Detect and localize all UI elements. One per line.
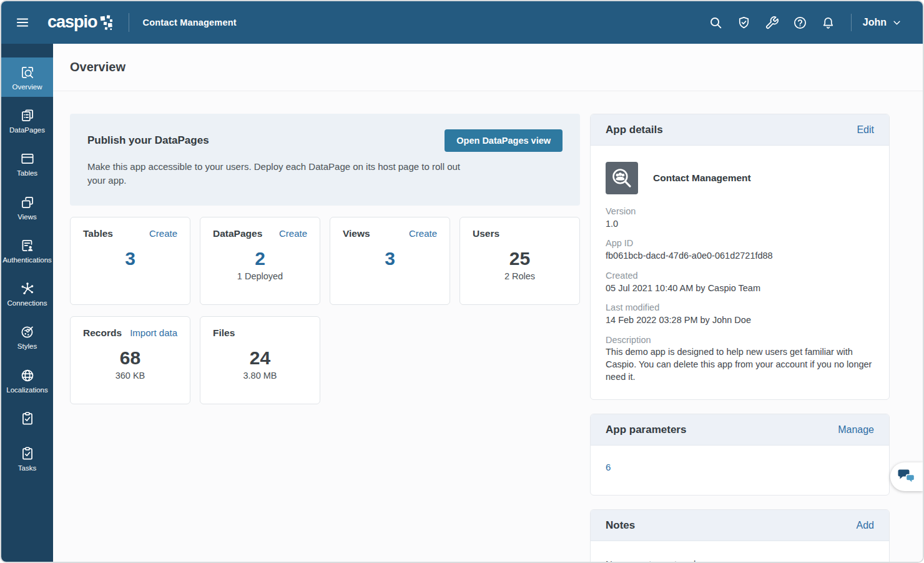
tasks-icon [19, 446, 36, 462]
stat-card-files: Files 24 3.80 MB [200, 316, 320, 404]
localizations-icon [19, 367, 36, 384]
create-datapage-link[interactable]: Create [279, 228, 307, 239]
stat-card-subtext: 3.80 MB [213, 371, 307, 382]
stat-card-subtext: 1 Deployed [213, 271, 307, 282]
stat-card-subtext [83, 271, 177, 282]
sidebar-item-authentications[interactable]: Authentications [1, 231, 53, 270]
field-value: 14 Feb 2022 03:28 PM by John Doe [606, 314, 874, 327]
field-value: 05 Jul 2021 10:40 AM by Caspio Team [606, 282, 874, 295]
tables-icon [19, 151, 36, 167]
stat-card-datapages: DataPages Create 2 1 Deployed [200, 217, 320, 305]
field-created: Created 05 Jul 2021 10:40 AM by Caspio T… [606, 270, 874, 294]
clipboard-check-icon [19, 411, 36, 427]
connections-icon [19, 281, 36, 297]
stat-card-subtext: 360 KB [83, 371, 177, 382]
stat-card-subtext [343, 271, 437, 282]
app-window: caspio Contact Management [0, 0, 924, 563]
sidebar-item-label: Authentications [2, 256, 52, 264]
field-value: 1.0 [606, 218, 874, 231]
sidebar-item-tables[interactable]: Tables [1, 144, 53, 183]
sidebar-item-label: Tables [17, 169, 37, 177]
stat-card-value: 3 [83, 247, 177, 270]
datapages-icon [19, 107, 36, 124]
notifications-bell-icon[interactable] [821, 15, 836, 30]
sidebar-item-styles[interactable]: Styles [1, 317, 53, 356]
topbar-user-divider [851, 14, 852, 31]
topbar-actions: John [695, 14, 902, 31]
manage-parameters-link[interactable]: Manage [838, 424, 874, 436]
field-label: Version [606, 206, 874, 217]
sidebar-item-clipboard[interactable] [1, 404, 53, 435]
authentications-icon [19, 237, 36, 254]
user-menu[interactable]: John [863, 17, 902, 28]
stat-card-title: Files [213, 327, 235, 339]
stat-card-views: Views Create 3 [330, 217, 450, 305]
notes-panel: Notes Add No app notes entered. [590, 509, 890, 563]
stat-card-users: Users 25 2 Roles [460, 217, 580, 305]
chat-bubbles-icon [897, 469, 916, 485]
chat-widget-button[interactable] [890, 462, 923, 491]
app-parameters-count[interactable]: 6 [606, 459, 611, 481]
stat-card-value: 25 [473, 247, 567, 270]
sidebar-item-localizations[interactable]: Localizations [1, 361, 53, 400]
add-note-link[interactable]: Add [857, 520, 874, 531]
sidebar-item-tasks[interactable]: Tasks [1, 439, 53, 478]
stat-card-title: DataPages [213, 228, 262, 239]
page-title-bar: Overview [53, 44, 923, 91]
open-datapages-view-button[interactable]: Open DataPages view [445, 129, 563, 152]
right-column: App details Edit Contact Management [590, 114, 890, 563]
edit-app-details-link[interactable]: Edit [857, 124, 874, 136]
field-value: This demo app is designed to help new us… [606, 346, 874, 383]
field-description: Description This demo app is designed to… [606, 334, 874, 384]
stat-card-value: 2 [213, 247, 307, 270]
styles-icon [19, 324, 36, 340]
content-area: Overview Publish your DataPages Open Dat… [53, 44, 923, 563]
tools-wrench-icon[interactable] [765, 15, 780, 30]
topbar-app-title: Contact Management [143, 17, 237, 27]
app-details-panel: App details Edit Contact Management [590, 114, 890, 400]
stat-cards: Tables Create 3 DataPages Create 2 [70, 217, 580, 404]
publish-datapages-card: Publish your DataPages Open DataPages vi… [70, 114, 580, 206]
overview-icon [19, 64, 36, 81]
stat-card-title: Views [343, 228, 370, 239]
sidebar-item-views[interactable]: Views [1, 187, 53, 227]
app-details-title: App details [606, 124, 663, 136]
sidebar-item-overview[interactable]: Overview [1, 57, 53, 97]
notes-title: Notes [606, 519, 635, 532]
publish-card-title: Publish your DataPages [87, 134, 209, 147]
field-label: Last modified [606, 302, 874, 314]
sidebar-item-label: Tasks [18, 464, 36, 472]
help-icon[interactable] [793, 15, 808, 30]
sidebar-item-connections[interactable]: Connections [1, 274, 53, 313]
sidebar-item-datapages[interactable]: DataPages [1, 101, 53, 140]
create-view-link[interactable]: Create [409, 228, 437, 239]
stat-card-title: Tables [83, 228, 113, 239]
sidebar-item-label: DataPages [9, 126, 45, 134]
caspio-logo-mark-icon [100, 15, 114, 31]
sidebar-item-label: Overview [12, 83, 42, 91]
sidebar-item-label: Views [17, 213, 36, 221]
stat-card-subtext: 2 Roles [473, 271, 567, 282]
app-name: Contact Management [653, 172, 751, 184]
topbar: caspio Contact Management [1, 1, 923, 44]
menu-icon[interactable] [15, 14, 31, 31]
field-last-modified: Last modified 14 Feb 2022 03:28 PM by Jo… [606, 302, 874, 326]
field-value: fb061bcb-dacd-47d6-a0e0-061d2721fd88 [606, 250, 874, 262]
stat-card-value: 24 [213, 347, 307, 369]
import-data-link[interactable]: Import data [130, 327, 177, 338]
caspio-logo[interactable]: caspio [47, 14, 114, 31]
stat-card-records: Records Import data 68 360 KB [70, 316, 190, 404]
sidebar-item-label: Connections [7, 299, 47, 307]
stat-card-title: Users [473, 228, 499, 239]
topbar-divider [129, 13, 129, 32]
app-parameters-panel: App parameters Manage 6 [590, 414, 890, 496]
security-shield-icon[interactable] [737, 15, 752, 30]
stat-card-title: Records [83, 327, 122, 339]
views-icon [19, 194, 36, 211]
caspio-logo-text: caspio [47, 14, 97, 31]
main-column: Publish your DataPages Open DataPages vi… [70, 114, 580, 563]
stat-card-value: 68 [83, 347, 177, 369]
search-icon[interactable] [709, 15, 724, 30]
create-table-link[interactable]: Create [149, 228, 177, 239]
sidebar: Overview DataPages Tables Views [1, 44, 53, 563]
